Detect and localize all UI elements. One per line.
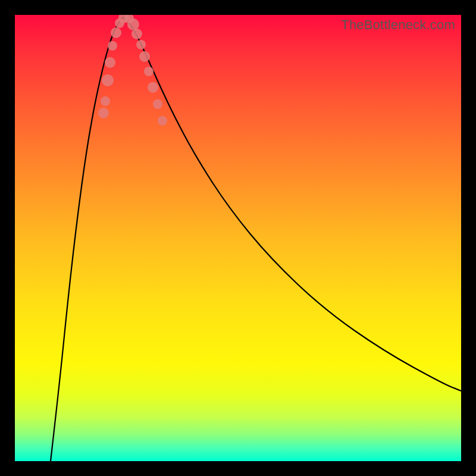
marker-9 bbox=[127, 18, 139, 30]
marker-3 bbox=[105, 57, 115, 68]
marker-15 bbox=[153, 99, 162, 109]
data-markers bbox=[98, 15, 167, 126]
marker-10 bbox=[131, 29, 142, 39]
marker-12 bbox=[139, 51, 150, 62]
chart-svg bbox=[15, 15, 461, 461]
marker-11 bbox=[136, 40, 146, 49]
marker-0 bbox=[98, 108, 109, 118]
curve-right-branch bbox=[123, 17, 461, 391]
marker-16 bbox=[158, 116, 167, 126]
marker-14 bbox=[148, 82, 158, 93]
chart-frame: TheBottleneck.com bbox=[0, 0, 476, 476]
marker-5 bbox=[111, 27, 121, 38]
marker-13 bbox=[144, 67, 154, 76]
marker-4 bbox=[108, 41, 117, 51]
plot-area: TheBottleneck.com bbox=[15, 15, 461, 461]
marker-2 bbox=[102, 74, 114, 86]
marker-1 bbox=[101, 96, 110, 106]
